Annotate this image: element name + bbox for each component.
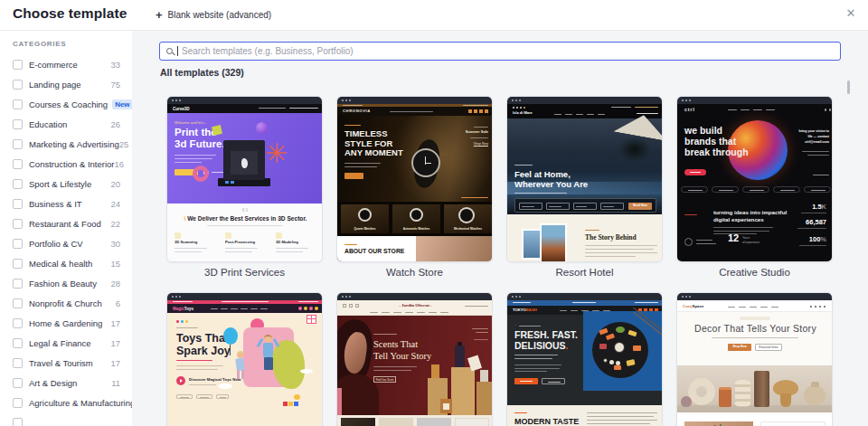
template-thumbnail[interactable]: Isla di Mare Feel at Home,Wherever You A… (506, 96, 663, 262)
checkbox[interactable] (13, 119, 23, 129)
template-thumbnail[interactable]: TOKYOBASH ~ FRESH. FAST.DELISIOUS. (506, 292, 663, 426)
template-card-3d-print-services[interactable]: Curve3D Welcome and let's... Print the3d… (166, 96, 323, 292)
checkbox[interactable] (13, 259, 23, 269)
preview-perfume: - Jardin Obscur - Scents ThatTell Your S… (337, 300, 493, 426)
template-card-perfume[interactable]: - Jardin Obscur - Scents ThatTell Your S… (336, 292, 493, 426)
template-card-toys[interactable]: MagicToys Toys ThatSpark Joy (166, 292, 323, 426)
category-label: Education (29, 119, 67, 129)
checkbox[interactable] (13, 358, 23, 368)
category-label: Construction & Interior (29, 159, 115, 169)
sidebar-item-art-design[interactable]: Art & Design11 (0, 373, 132, 393)
browser-dots-icon (512, 99, 514, 101)
sidebar-item-education[interactable]: Education26 (0, 114, 132, 134)
checkbox[interactable] (13, 298, 23, 308)
template-thumbnail[interactable]: Curve3D Welcome and let's... Print the3d… (166, 96, 323, 262)
category-label: Courses & Coaching (29, 99, 108, 109)
category-label: Landing page (29, 80, 81, 90)
template-card-decor[interactable]: CozySpace Decor That Tells Your Story Sh… (676, 292, 833, 426)
sidebar-item-legal-finance[interactable]: Legal & Finance17 (0, 333, 132, 353)
sidebar-item-e-commerce[interactable]: E-commerce33 (0, 54, 132, 74)
checkbox[interactable] (13, 418, 23, 426)
checkbox[interactable] (13, 219, 23, 229)
sidebar-item-restaurant-food[interactable]: Restaurant & Food22 (0, 213, 132, 233)
scrollbar-thumb[interactable] (847, 80, 850, 94)
spiky-shape-icon: ✳ (265, 140, 288, 167)
play-icon (176, 376, 185, 385)
donut-vase (688, 378, 715, 405)
category-label: Art & Design (29, 378, 77, 388)
category-label: E-commerce (29, 60, 78, 70)
template-card-sushi[interactable]: TOKYOBASH ~ FRESH. FAST.DELISIOUS. (506, 292, 663, 426)
sidebar-item-portfolio-cv[interactable]: Portfolio & CV30 (0, 233, 132, 253)
stat-value: 1.5K (812, 204, 826, 212)
sidebar-item-landing-page[interactable]: Landing page75 (0, 74, 132, 94)
years-label: Yearsof experience (742, 236, 760, 245)
sidebar-item-partial[interactable] (0, 412, 132, 426)
template-thumbnail[interactable]: CozySpace Decor That Tells Your Story Sh… (676, 292, 833, 426)
checkbox[interactable] (13, 199, 23, 209)
checkbox[interactable] (13, 139, 23, 149)
sidebar-item-agriculture-manufacturing[interactable]: Agriculture & Manufacturing9 (0, 393, 132, 412)
text-caret (177, 46, 178, 56)
checkbox[interactable] (13, 60, 23, 70)
vases-photo (677, 365, 833, 412)
template-thumbnail[interactable]: ctrl we buildbrands thatbreak through br… (676, 96, 833, 262)
checkbox[interactable] (13, 99, 23, 109)
sidebar-item-construction-interior[interactable]: Construction & Interior16 (0, 154, 132, 174)
checkbox[interactable] (13, 80, 23, 90)
preview-creative-studio: ctrl we buildbrands thatbreak through br… (677, 104, 833, 262)
perfume-bottle (440, 399, 452, 413)
template-thumbnail[interactable]: MagicToys Toys ThatSpark Joy (166, 292, 323, 426)
category-count: 17 (110, 358, 120, 368)
wood-log (754, 371, 769, 407)
checkbox[interactable] (13, 398, 23, 408)
brand: MagicToys (173, 307, 193, 311)
checkbox[interactable] (13, 378, 23, 388)
stat-value: 100% (809, 236, 826, 244)
browser-dots-icon (172, 296, 174, 298)
checkbox[interactable] (13, 159, 23, 169)
checkbox[interactable] (13, 239, 23, 249)
template-thumbnail[interactable]: CHRONOVIA TIMELESSSTYLE FORANY MOMENT (336, 96, 493, 262)
category-card: Quartz Watches (341, 204, 389, 233)
page-title: Choose template (13, 5, 127, 22)
checkbox[interactable] (13, 179, 23, 189)
browser-dots-icon (512, 296, 514, 298)
browser-dots-icon (172, 99, 174, 101)
template-card-watch-store[interactable]: CHRONOVIA TIMELESSSTYLE FORANY MOMENT (336, 96, 493, 292)
sidebar-item-marketing-advertising[interactable]: Marketing & Advertising25 (0, 134, 132, 154)
checkbox[interactable] (13, 318, 23, 328)
browser-bar (507, 293, 662, 300)
blank-website-label: Blank website (advanced) (168, 10, 272, 20)
checkbox[interactable] (13, 279, 23, 289)
template-title: Watch Store (336, 267, 493, 278)
sidebar-item-business-it[interactable]: Business & IT24 (0, 194, 132, 213)
templates-panel: All templates (329) Curve3D Welcome and … (132, 30, 868, 426)
browser-dots-icon (342, 296, 344, 298)
search-bar[interactable] (159, 42, 841, 61)
search-input[interactable] (180, 45, 840, 57)
checkbox[interactable] (13, 338, 23, 348)
templates-count-heading: All templates (329) (160, 67, 244, 78)
sidebar-item-sport-lifestyle[interactable]: Sport & Lifestyle20 (0, 174, 132, 194)
sidebar-item-medical-health[interactable]: Medical & health15 (0, 253, 132, 273)
templates-grid: Curve3D Welcome and let's... Print the3d… (166, 96, 833, 426)
browser-dots-icon (342, 99, 344, 101)
template-card-resort-hotel[interactable]: Isla di Mare Feel at Home,Wherever You A… (506, 96, 663, 292)
hero-title: FRESH. FAST.DELISIOUS. (514, 330, 578, 352)
sidebar-item-travel-tourism[interactable]: Travel & Tourism17 (0, 353, 132, 373)
perfume-bottle (480, 370, 488, 382)
template-card-creative-studio[interactable]: ctrl we buildbrands thatbreak through br… (676, 96, 833, 292)
close-button[interactable]: ✕ (842, 5, 860, 23)
template-thumbnail[interactable]: - Jardin Obscur - Scents ThatTell Your S… (336, 292, 493, 426)
preview-toys: MagicToys Toys ThatSpark Joy (167, 300, 323, 426)
cta-button: Find Your Scent (373, 376, 396, 383)
sidebar-item-courses-coaching[interactable]: Courses & CoachingNew8 (0, 94, 132, 114)
sidebar-item-nonprofit-church[interactable]: Nonprofit & Church6 (0, 293, 132, 313)
cta-button (344, 173, 363, 179)
template-title: 3D Print Services (166, 267, 323, 278)
blank-website-button[interactable]: + Blank website (advanced) (156, 5, 271, 24)
sidebar-item-fashion-beauty[interactable]: Fashion & Beauty28 (0, 273, 132, 293)
sidebar-item-home-gardening[interactable]: Home & Gardening17 (0, 313, 132, 333)
balloon-shape (223, 327, 238, 345)
